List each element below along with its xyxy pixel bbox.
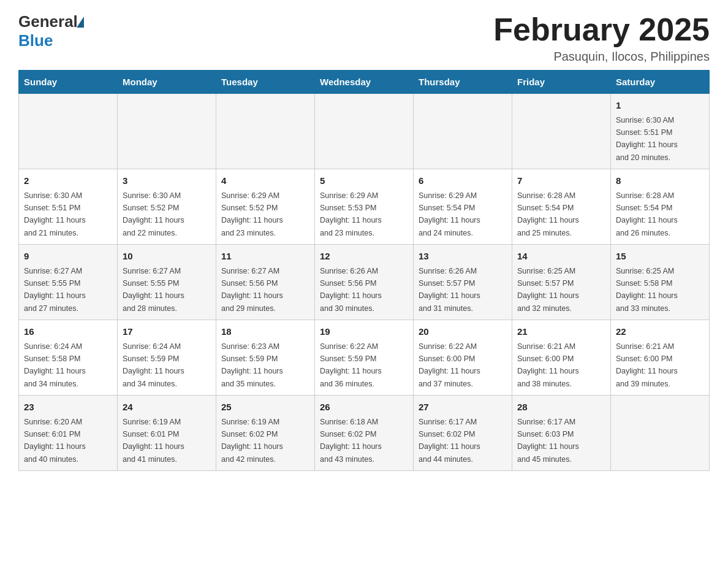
day-number: 18 bbox=[221, 325, 309, 339]
day-number: 27 bbox=[419, 400, 507, 415]
day-info: Sunrise: 6:30 AM Sunset: 5:51 PM Dayligh… bbox=[616, 116, 678, 162]
day-info: Sunrise: 6:19 AM Sunset: 6:01 PM Dayligh… bbox=[123, 418, 184, 464]
table-row: 8Sunrise: 6:28 AM Sunset: 5:54 PM Daylig… bbox=[611, 169, 710, 245]
table-row: 5Sunrise: 6:29 AM Sunset: 5:53 PM Daylig… bbox=[315, 169, 414, 245]
table-row: 7Sunrise: 6:28 AM Sunset: 5:54 PM Daylig… bbox=[512, 169, 611, 245]
table-row: 13Sunrise: 6:26 AM Sunset: 5:57 PM Dayli… bbox=[414, 245, 512, 320]
day-number: 25 bbox=[221, 400, 309, 415]
day-info: Sunrise: 6:27 AM Sunset: 5:55 PM Dayligh… bbox=[24, 267, 86, 313]
day-number: 16 bbox=[24, 325, 112, 339]
day-number: 4 bbox=[221, 174, 309, 188]
table-row: 11Sunrise: 6:27 AM Sunset: 5:56 PM Dayli… bbox=[216, 245, 315, 320]
day-number: 17 bbox=[123, 325, 211, 339]
day-number: 2 bbox=[24, 174, 112, 188]
day-info: Sunrise: 6:26 AM Sunset: 5:56 PM Dayligh… bbox=[320, 267, 382, 313]
table-row: 27Sunrise: 6:17 AM Sunset: 6:02 PM Dayli… bbox=[414, 396, 512, 471]
table-row: 17Sunrise: 6:24 AM Sunset: 5:59 PM Dayli… bbox=[118, 320, 216, 396]
header-thursday: Thursday bbox=[414, 71, 512, 94]
day-number: 5 bbox=[320, 174, 408, 188]
table-row: 25Sunrise: 6:19 AM Sunset: 6:02 PM Dayli… bbox=[216, 396, 315, 471]
day-info: Sunrise: 6:17 AM Sunset: 6:02 PM Dayligh… bbox=[419, 418, 480, 464]
table-row: 14Sunrise: 6:25 AM Sunset: 5:57 PM Dayli… bbox=[512, 245, 611, 320]
day-number: 9 bbox=[24, 250, 112, 264]
table-row: 26Sunrise: 6:18 AM Sunset: 6:02 PM Dayli… bbox=[315, 396, 414, 471]
day-info: Sunrise: 6:28 AM Sunset: 5:54 PM Dayligh… bbox=[616, 191, 678, 237]
table-row: 10Sunrise: 6:27 AM Sunset: 5:55 PM Dayli… bbox=[118, 245, 216, 320]
table-row: 22Sunrise: 6:21 AM Sunset: 6:00 PM Dayli… bbox=[611, 320, 710, 396]
day-info: Sunrise: 6:25 AM Sunset: 5:58 PM Dayligh… bbox=[616, 267, 678, 313]
day-number: 19 bbox=[320, 325, 408, 339]
day-number: 7 bbox=[517, 174, 605, 188]
day-info: Sunrise: 6:24 AM Sunset: 5:58 PM Dayligh… bbox=[24, 342, 86, 388]
day-info: Sunrise: 6:30 AM Sunset: 5:52 PM Dayligh… bbox=[123, 191, 184, 237]
day-info: Sunrise: 6:17 AM Sunset: 6:03 PM Dayligh… bbox=[517, 418, 579, 464]
day-number: 10 bbox=[123, 250, 211, 264]
table-row: 2Sunrise: 6:30 AM Sunset: 5:51 PM Daylig… bbox=[19, 169, 118, 245]
table-row: 4Sunrise: 6:29 AM Sunset: 5:52 PM Daylig… bbox=[216, 169, 315, 245]
day-info: Sunrise: 6:21 AM Sunset: 6:00 PM Dayligh… bbox=[517, 342, 579, 388]
day-number: 23 bbox=[24, 400, 112, 415]
header-tuesday: Tuesday bbox=[216, 71, 315, 94]
logo-text: General Blue bbox=[18, 12, 84, 50]
day-info: Sunrise: 6:21 AM Sunset: 6:00 PM Dayligh… bbox=[616, 342, 678, 388]
day-info: Sunrise: 6:29 AM Sunset: 5:52 PM Dayligh… bbox=[221, 191, 283, 237]
calendar-week-5: 23Sunrise: 6:20 AM Sunset: 6:01 PM Dayli… bbox=[19, 396, 710, 471]
table-row: 9Sunrise: 6:27 AM Sunset: 5:55 PM Daylig… bbox=[19, 245, 118, 320]
day-info: Sunrise: 6:30 AM Sunset: 5:51 PM Dayligh… bbox=[24, 191, 86, 237]
day-info: Sunrise: 6:26 AM Sunset: 5:57 PM Dayligh… bbox=[419, 267, 480, 313]
logo-triangle-icon bbox=[77, 17, 84, 28]
header-saturday: Saturday bbox=[611, 71, 710, 94]
day-number: 14 bbox=[517, 250, 605, 264]
table-row: 18Sunrise: 6:23 AM Sunset: 5:59 PM Dayli… bbox=[216, 320, 315, 396]
day-info: Sunrise: 6:29 AM Sunset: 5:53 PM Dayligh… bbox=[320, 191, 382, 237]
table-row bbox=[512, 94, 611, 169]
calendar-week-1: 1Sunrise: 6:30 AM Sunset: 5:51 PM Daylig… bbox=[19, 94, 710, 169]
table-row bbox=[611, 396, 710, 471]
day-info: Sunrise: 6:22 AM Sunset: 5:59 PM Dayligh… bbox=[320, 342, 382, 388]
day-info: Sunrise: 6:25 AM Sunset: 5:57 PM Dayligh… bbox=[517, 267, 579, 313]
table-row bbox=[216, 94, 315, 169]
table-row: 15Sunrise: 6:25 AM Sunset: 5:58 PM Dayli… bbox=[611, 245, 710, 320]
table-row: 16Sunrise: 6:24 AM Sunset: 5:58 PM Dayli… bbox=[19, 320, 118, 396]
day-number: 21 bbox=[517, 325, 605, 339]
day-number: 20 bbox=[419, 325, 507, 339]
day-number: 11 bbox=[221, 250, 309, 264]
table-row: 21Sunrise: 6:21 AM Sunset: 6:00 PM Dayli… bbox=[512, 320, 611, 396]
table-row: 1Sunrise: 6:30 AM Sunset: 5:51 PM Daylig… bbox=[611, 94, 710, 169]
table-row: 20Sunrise: 6:22 AM Sunset: 6:00 PM Dayli… bbox=[414, 320, 512, 396]
table-row: 3Sunrise: 6:30 AM Sunset: 5:52 PM Daylig… bbox=[118, 169, 216, 245]
day-number: 28 bbox=[517, 400, 605, 415]
day-info: Sunrise: 6:23 AM Sunset: 5:59 PM Dayligh… bbox=[221, 342, 283, 388]
table-row: 19Sunrise: 6:22 AM Sunset: 5:59 PM Dayli… bbox=[315, 320, 414, 396]
day-info: Sunrise: 6:29 AM Sunset: 5:54 PM Dayligh… bbox=[419, 191, 480, 237]
header-wednesday: Wednesday bbox=[315, 71, 414, 94]
logo-blue-text: Blue bbox=[18, 31, 84, 50]
table-row bbox=[315, 94, 414, 169]
day-number: 26 bbox=[320, 400, 408, 415]
day-number: 8 bbox=[616, 174, 704, 188]
table-row: 24Sunrise: 6:19 AM Sunset: 6:01 PM Dayli… bbox=[118, 396, 216, 471]
header-monday: Monday bbox=[118, 71, 216, 94]
day-info: Sunrise: 6:20 AM Sunset: 6:01 PM Dayligh… bbox=[24, 418, 86, 464]
day-number: 3 bbox=[123, 174, 211, 188]
calendar-week-3: 9Sunrise: 6:27 AM Sunset: 5:55 PM Daylig… bbox=[19, 245, 710, 320]
calendar-header-row: SundayMondayTuesdayWednesdayThursdayFrid… bbox=[19, 71, 710, 94]
page-header: General Blue February 2025 Pasuquin, Ilo… bbox=[18, 12, 710, 64]
day-number: 1 bbox=[616, 99, 704, 113]
calendar-week-2: 2Sunrise: 6:30 AM Sunset: 5:51 PM Daylig… bbox=[19, 169, 710, 245]
day-number: 12 bbox=[320, 250, 408, 264]
calendar-week-4: 16Sunrise: 6:24 AM Sunset: 5:58 PM Dayli… bbox=[19, 320, 710, 396]
day-number: 13 bbox=[419, 250, 507, 264]
month-year-title: February 2025 bbox=[493, 12, 710, 47]
day-number: 6 bbox=[419, 174, 507, 188]
header-sunday: Sunday bbox=[19, 71, 118, 94]
logo-general-text: General bbox=[18, 12, 78, 31]
title-section: February 2025 Pasuquin, Ilocos, Philippi… bbox=[493, 12, 710, 64]
day-number: 15 bbox=[616, 250, 704, 264]
logo: General Blue bbox=[18, 12, 84, 50]
calendar-table: SundayMondayTuesdayWednesdayThursdayFrid… bbox=[18, 70, 710, 471]
day-info: Sunrise: 6:27 AM Sunset: 5:56 PM Dayligh… bbox=[221, 267, 283, 313]
day-number: 22 bbox=[616, 325, 704, 339]
day-info: Sunrise: 6:18 AM Sunset: 6:02 PM Dayligh… bbox=[320, 418, 382, 464]
table-row: 23Sunrise: 6:20 AM Sunset: 6:01 PM Dayli… bbox=[19, 396, 118, 471]
